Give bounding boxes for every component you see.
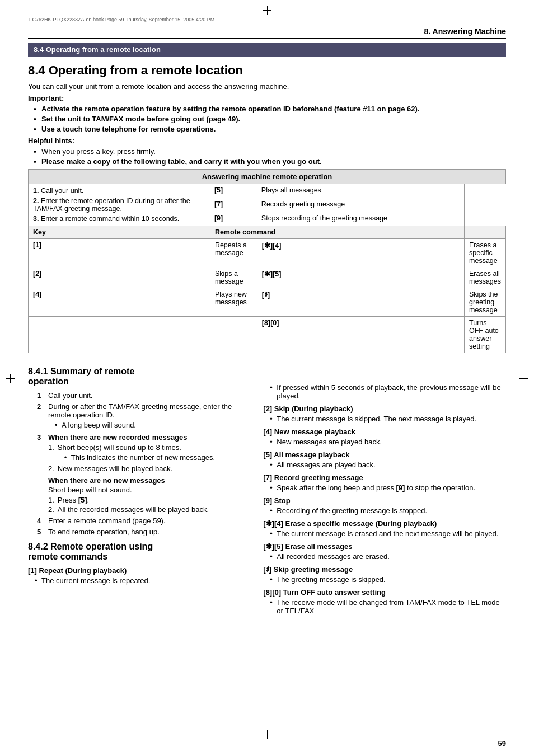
page-container: FC762HK-PFQX2283ZA-en.book Page 59 Thurs… (0, 0, 534, 756)
table-steps-cell: 1. Call your unit. 2. Enter the remote o… (29, 184, 210, 226)
cross-mark-right (519, 374, 528, 383)
cmd-hash: Skips the greeting message (465, 288, 506, 317)
cmd-skip: [2] Skip (During playback) The current m… (263, 405, 506, 423)
two-col-layout: 8.4.1 Summary of remoteoperation 1 Call … (28, 361, 506, 619)
cmd-skip-greeting-bullet-1: The greeting message is skipped. (270, 575, 506, 584)
step-3-sub-1-bullets: This indicates the number of new message… (64, 453, 215, 462)
step-4-text: Enter a remote command (page 59). (48, 516, 166, 525)
when-no-step-2: 2. All the recorded messages will be pla… (48, 505, 215, 514)
empty-left2 (210, 317, 257, 353)
key-5: [5] (210, 184, 257, 198)
step-4: 4 Enter a remote command (page 59). (28, 516, 252, 525)
step-2-bullet-1: A long beep will sound. (55, 421, 252, 429)
intro-text: You can call your unit from a remote loc… (28, 82, 506, 91)
cmd-9: Stops recording of the greeting message (257, 212, 464, 226)
table-step-2: 2. Enter the remote operation ID during … (33, 197, 205, 213)
step-1: 1 Call your unit. (28, 391, 252, 400)
key-7: [7] (210, 198, 257, 212)
helpful-label: Helpful hints: (28, 137, 506, 145)
step-3-sub-1-text: Short beep(s) will sound up to 8 times. (58, 443, 181, 452)
cmd-new-playback: [4] New message playback New messages ar… (263, 428, 506, 446)
when-no-step-2-num: 2. (48, 505, 54, 514)
when-no-steps: 1. Press [5]. 2. All the recorded messag… (48, 496, 215, 514)
cmd-record-greeting-bullet-1: Speak after the long beep and press [9] … (270, 483, 506, 492)
corner-mark-br (517, 728, 528, 739)
cmd-stop-title: [9] Stop (263, 496, 506, 505)
cmd-repeat-bullet-2: If pressed within 5 seconds of playback,… (270, 383, 506, 400)
cmd-1: Repeats a message (210, 239, 257, 267)
helpful-bullet-2: Please make a copy of the following tabl… (34, 157, 506, 166)
key-col-header: Key (29, 226, 210, 239)
cmd-skip-bullet-1: The current message is skipped. The next… (270, 415, 506, 423)
key-1: [1] (29, 239, 210, 267)
cross-mark-left (6, 374, 15, 383)
cmd-stop-bullets: Recording of the greeting message is sto… (270, 506, 506, 515)
cmd-repeat-bullets: The current message is repeated. (35, 576, 252, 585)
when-no-step-1: 1. Press [5]. (48, 496, 215, 504)
section-bar: 8.4 Operating from a remote location (28, 43, 506, 57)
main-heading: 8.4 Operating from a remote location (28, 63, 506, 78)
key-2: [2] (29, 267, 210, 288)
important-bullet-1: Activate the remote operation feature by… (34, 105, 506, 113)
cmd-2: Skips a message (210, 267, 257, 288)
step-3-sub-1: 1. Short beep(s) will sound up to 8 time… (48, 443, 215, 463)
cmd-skip-greeting-bullets: The greeting message is skipped. (270, 575, 506, 584)
important-label: Important: (28, 94, 506, 102)
subsection1-heading: 8.4.1 Summary of remoteoperation (28, 367, 252, 387)
important-bullet-2: Set the unit to TAM/FAX mode before goin… (34, 115, 506, 123)
step-3-num: 3 (37, 433, 45, 442)
remote-operation-table: Answering machine remote operation 1. Ca… (28, 169, 506, 353)
cmd-all-playback-title: [5] All message playback (263, 450, 506, 459)
cmd-auto-answer: [8][0] Turn OFF auto answer setting The … (263, 588, 506, 615)
step-5: 5 To end remote operation, hang up. (28, 528, 252, 536)
step-3: 3 When there are new recorded messages 1… (28, 433, 252, 514)
cmd-skip-bullets: The current message is skipped. The next… (270, 415, 506, 423)
cmd-80: Turns OFF auto answer setting (465, 317, 506, 353)
cmd-new-playback-bullets: New messages are played back. (270, 438, 506, 446)
step-1-text: Call your unit. (48, 391, 92, 400)
key-col-header-2 (465, 226, 506, 239)
when-no-label: When there are no new messages (48, 476, 215, 485)
cmd-repeat-cont: If pressed within 5 seconds of playback,… (270, 383, 506, 400)
important-bullet-3: Use a touch tone telephone for remote op… (34, 125, 506, 133)
page-header: 8. Answering Machine (28, 27, 506, 39)
step-3-sub-1-content: Short beep(s) will sound up to 8 times. … (58, 443, 215, 463)
step-3-sub-2: 2. New messages will be played back. (48, 464, 215, 473)
cmd-erase-all-bullets: All recorded messages are erased. (270, 552, 506, 561)
cmd-4: Plays new messages (210, 288, 257, 317)
subsection2-heading: 8.4.2 Remote operation usingremote comma… (28, 542, 252, 562)
table-step-3: 3. Enter a remote command within 10 seco… (33, 215, 205, 223)
cmd-skip-greeting-title: [♯] Skip greeting message (263, 565, 506, 574)
cross-mark-bottom (263, 730, 271, 739)
step-5-num: 5 (37, 528, 45, 536)
step-3-sub-2-text: New messages will be played back. (58, 464, 172, 473)
key-star4: [✱][4] (257, 239, 464, 267)
key-hash: [♯] (257, 288, 464, 317)
cmd-stop-bullet-1: Recording of the greeting message is sto… (270, 506, 506, 515)
cmd-erase-specific-title: [✱][4] Erase a specific message (During … (263, 519, 506, 528)
step-2-bullets: A long beep will sound. (55, 421, 252, 429)
step-2: 2 During or after the TAM/FAX greeting m… (28, 402, 252, 430)
cmd-star5: Erases all messages (465, 267, 506, 288)
table-header: Answering machine remote operation (29, 170, 506, 184)
when-no-step-2-text: All the recorded messages will be played… (58, 505, 209, 514)
empty-left (29, 317, 210, 353)
step-3-sub-1-num: 1. (48, 443, 54, 463)
chapter-title: 8. Answering Machine (424, 27, 506, 36)
filename-bar: FC762HK-PFQX2283ZA-en.book Page 59 Thurs… (28, 17, 506, 22)
cmd-auto-answer-title: [8][0] Turn OFF auto answer setting (263, 588, 506, 597)
cmd-record-greeting: [7] Record greeting message Speak after … (263, 473, 506, 492)
cmd-record-greeting-bullets: Speak after the long beep and press [9] … (270, 483, 506, 492)
corner-mark-tr (517, 6, 528, 17)
cmd-all-playback-bullet-1: All messages are played back. (270, 461, 506, 469)
key-80: [8][0] (257, 317, 464, 353)
key-4: [4] (29, 288, 210, 317)
cmd-auto-answer-bullets: The receive mode will be changed from TA… (270, 598, 506, 615)
step-2-num: 2 (37, 402, 45, 411)
key-star5: [✱][5] (257, 267, 464, 288)
cmd-skip-greeting: [♯] Skip greeting message The greeting m… (263, 565, 506, 584)
page-number: 59 (498, 739, 506, 748)
table-step-1: 1. Call your unit. (33, 187, 205, 195)
corner-mark-bl (6, 728, 17, 739)
step-2-content: During or after the TAM/FAX greeting mes… (48, 402, 252, 430)
